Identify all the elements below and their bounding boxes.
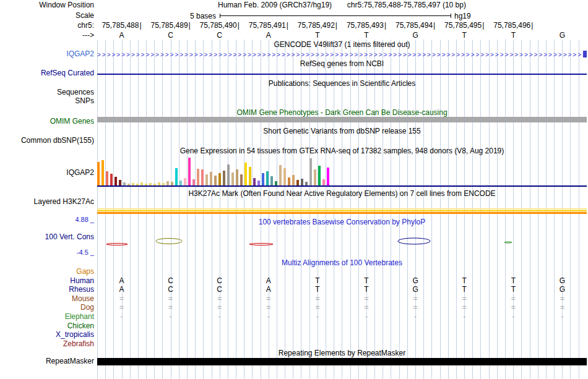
gtex-tissue-bar[interactable] bbox=[309, 158, 312, 185]
multiz-track-title[interactable]: Multiz Alignments of 100 Vertebrates bbox=[97, 259, 587, 267]
omim-genes-bar[interactable] bbox=[97, 117, 587, 122]
dbsnp-track-label[interactable]: Common dbSNP(155) bbox=[0, 137, 94, 145]
gencode-exon-block[interactable] bbox=[583, 51, 587, 57]
gtex-tissue-bar[interactable] bbox=[102, 160, 104, 185]
gtex-tissue-bar[interactable] bbox=[201, 169, 204, 185]
gtex-tissue-bar[interactable] bbox=[292, 175, 295, 185]
repeatmasker-track-title[interactable]: Repeating Elements by RepeatMasker bbox=[97, 349, 587, 357]
gtex-tissue-bar[interactable] bbox=[214, 176, 217, 185]
gtex-expression-bars[interactable] bbox=[97, 158, 587, 185]
gtex-tissue-bar[interactable] bbox=[119, 180, 121, 185]
h3k27ac-track-title[interactable]: H3K27Ac Mark (Often Found Near Active Re… bbox=[97, 190, 587, 198]
h3k27ac-track-label[interactable]: Layered H3K27Ac bbox=[0, 198, 94, 206]
species-label[interactable]: Dog bbox=[0, 304, 94, 312]
base-letter: C bbox=[146, 32, 195, 40]
alignment-cell: = bbox=[195, 295, 244, 303]
gtex-tissue-bar[interactable] bbox=[249, 167, 251, 185]
gencode-track-title[interactable]: GENCODE V49lift37 (1 items filtered out) bbox=[97, 41, 587, 49]
conservation-min-label: -4.5 _ bbox=[0, 249, 94, 257]
gtex-tissue-bar[interactable] bbox=[275, 181, 277, 185]
gtex-tissue-bar[interactable] bbox=[110, 174, 113, 185]
alignment-cell: = bbox=[293, 304, 342, 312]
coordinate-label: 75,785,496 bbox=[489, 22, 538, 30]
alignment-cell: = bbox=[440, 295, 489, 303]
refseq-track-title[interactable]: RefSeq genes from NCBI bbox=[97, 60, 587, 68]
gtex-tissue-bar[interactable] bbox=[205, 174, 208, 185]
gtex-tissue-bar[interactable] bbox=[301, 179, 303, 185]
base-letter: T bbox=[489, 32, 538, 40]
gtex-tissue-bar[interactable] bbox=[240, 174, 243, 185]
gtex-tissue-bar[interactable] bbox=[257, 181, 260, 185]
coordinate-label: 75,785,494 bbox=[391, 22, 440, 30]
gtex-tissue-bar[interactable] bbox=[231, 172, 234, 185]
gtex-tissue-bar[interactable] bbox=[188, 158, 191, 185]
gtex-tissue-bar[interactable] bbox=[318, 166, 321, 185]
gtex-tissue-bar[interactable] bbox=[175, 168, 178, 185]
alignment-cell: = bbox=[440, 304, 489, 312]
refseq-curated-line[interactable] bbox=[97, 74, 587, 75]
gtex-tissue-bar[interactable] bbox=[97, 162, 100, 185]
alignment-cell: - bbox=[293, 313, 342, 321]
gtex-tissue-bar[interactable] bbox=[236, 169, 238, 185]
publications-track-title[interactable]: Publications: Sequences in Scientific Ar… bbox=[97, 80, 587, 88]
species-label[interactable]: Gaps bbox=[0, 268, 94, 276]
alignment-cell: = bbox=[244, 304, 293, 312]
h3k27ac-signal-band[interactable] bbox=[97, 208, 587, 215]
multiz-alignment[interactable]: GapsHumanACCATTGTTGRhesusACCATTGTTGMouse… bbox=[0, 268, 588, 349]
gtex-gene-label[interactable]: IQGAP2 bbox=[0, 169, 94, 177]
conservation-mark bbox=[398, 238, 430, 244]
gtex-tissue-bar[interactable] bbox=[106, 171, 108, 185]
gtex-tissue-bar[interactable] bbox=[227, 164, 230, 185]
omim-track-label[interactable]: OMIM Genes bbox=[0, 117, 94, 126]
dbsnp-track-title[interactable]: Short Genetic Variants from dbSNP releas… bbox=[97, 127, 587, 135]
base-letter: T bbox=[342, 32, 391, 40]
gtex-tissue-bar[interactable] bbox=[166, 181, 169, 185]
refseq-track-label[interactable]: RefSeq Curated bbox=[0, 69, 94, 77]
conservation-track-title[interactable]: 100 vertebrates Basewise Conservation by… bbox=[97, 218, 587, 226]
species-label[interactable]: Chicken bbox=[0, 322, 94, 330]
sequences-track-label[interactable]: Sequences bbox=[0, 88, 94, 96]
gtex-tissue-bar[interactable] bbox=[296, 180, 299, 185]
gtex-tissue-bar[interactable] bbox=[327, 168, 329, 185]
gtex-tissue-bar[interactable] bbox=[288, 177, 290, 185]
gtex-tissue-bar[interactable] bbox=[223, 171, 225, 185]
gtex-tissue-bar[interactable] bbox=[192, 179, 195, 185]
gtex-tissue-bar[interactable] bbox=[283, 168, 286, 185]
species-label[interactable]: X_tropicalis bbox=[0, 331, 94, 339]
species-label[interactable]: Rhesus bbox=[0, 286, 94, 294]
h3k27ac-layer bbox=[97, 208, 587, 210]
gtex-tissue-bar[interactable] bbox=[322, 179, 325, 185]
window-position-label: Window Position bbox=[0, 1, 94, 9]
snps-track-label[interactable]: SNPs bbox=[0, 97, 94, 105]
omim-track-title[interactable]: OMIM Gene Phenotypes - Dark Green Can Be… bbox=[97, 109, 587, 117]
gtex-tissue-bar[interactable] bbox=[179, 181, 182, 185]
alignment-cell: = bbox=[538, 295, 587, 303]
gencode-item-label[interactable]: IQGAP2 bbox=[0, 50, 94, 58]
repeatmasker-track-label[interactable]: RepeatMasker bbox=[0, 357, 94, 365]
gtex-tissue-bar[interactable] bbox=[266, 171, 269, 185]
gtex-tissue-bar[interactable] bbox=[210, 172, 212, 185]
assembly-title: Human Feb. 2009 (GRCh37/hg19) bbox=[218, 1, 332, 9]
gtex-tissue-bar[interactable] bbox=[270, 176, 273, 185]
species-label[interactable]: Mouse bbox=[0, 295, 94, 303]
gtex-tissue-bar[interactable] bbox=[253, 178, 256, 185]
gtex-track-title[interactable]: Gene Expression in 54 tissues from GTEx … bbox=[97, 147, 587, 155]
h3k27ac-layer bbox=[97, 212, 587, 214]
gtex-tissue-bar[interactable] bbox=[218, 173, 221, 185]
gtex-tissue-bar[interactable] bbox=[244, 163, 247, 185]
gtex-tissue-bar[interactable] bbox=[314, 169, 316, 185]
conservation-marks[interactable] bbox=[97, 237, 587, 247]
h3k27ac-layer bbox=[97, 210, 587, 211]
alignment-cell: T bbox=[440, 277, 489, 285]
gtex-tissue-bar[interactable] bbox=[279, 165, 282, 185]
species-label[interactable]: Zebrafish bbox=[0, 340, 94, 348]
conservation-track-label[interactable]: 100 Vert. Cons bbox=[0, 233, 94, 241]
gencode-transcript-arrows[interactable]: >>>>>>>>>>>>>>>>>>>>>>>>>>>>>>>>>>>>>>>>… bbox=[97, 51, 587, 59]
species-label[interactable]: Elephant bbox=[0, 313, 94, 321]
gtex-tissue-bar[interactable] bbox=[115, 177, 117, 185]
gtex-tissue-bar[interactable] bbox=[262, 173, 264, 185]
species-label[interactable]: Human bbox=[0, 277, 94, 285]
gtex-tissue-bar[interactable] bbox=[184, 178, 186, 185]
gtex-tissue-bar[interactable] bbox=[197, 169, 199, 185]
repeatmasker-bar[interactable] bbox=[97, 358, 587, 365]
